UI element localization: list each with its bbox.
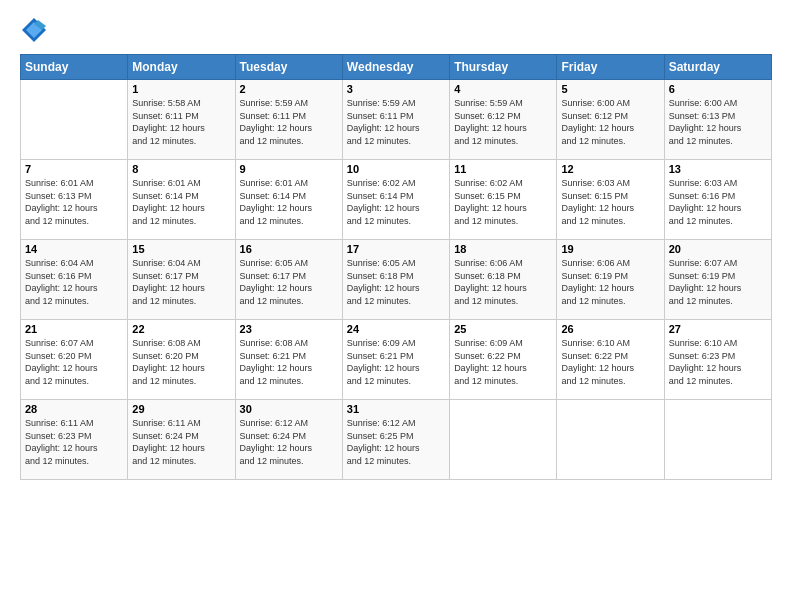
day-info: Sunrise: 6:06 AM Sunset: 6:18 PM Dayligh… bbox=[454, 257, 552, 307]
day-number: 13 bbox=[669, 163, 767, 175]
calendar-cell: 19Sunrise: 6:06 AM Sunset: 6:19 PM Dayli… bbox=[557, 240, 664, 320]
day-info: Sunrise: 5:59 AM Sunset: 6:12 PM Dayligh… bbox=[454, 97, 552, 147]
calendar-cell: 11Sunrise: 6:02 AM Sunset: 6:15 PM Dayli… bbox=[450, 160, 557, 240]
logo bbox=[20, 16, 52, 44]
calendar-cell: 16Sunrise: 6:05 AM Sunset: 6:17 PM Dayli… bbox=[235, 240, 342, 320]
calendar-cell: 12Sunrise: 6:03 AM Sunset: 6:15 PM Dayli… bbox=[557, 160, 664, 240]
day-number: 21 bbox=[25, 323, 123, 335]
calendar-cell: 29Sunrise: 6:11 AM Sunset: 6:24 PM Dayli… bbox=[128, 400, 235, 480]
day-number: 1 bbox=[132, 83, 230, 95]
day-number: 16 bbox=[240, 243, 338, 255]
day-info: Sunrise: 6:09 AM Sunset: 6:22 PM Dayligh… bbox=[454, 337, 552, 387]
day-info: Sunrise: 6:00 AM Sunset: 6:13 PM Dayligh… bbox=[669, 97, 767, 147]
day-info: Sunrise: 6:00 AM Sunset: 6:12 PM Dayligh… bbox=[561, 97, 659, 147]
day-info: Sunrise: 6:10 AM Sunset: 6:23 PM Dayligh… bbox=[669, 337, 767, 387]
logo-icon bbox=[20, 16, 48, 44]
day-number: 12 bbox=[561, 163, 659, 175]
week-row-1: 1Sunrise: 5:58 AM Sunset: 6:11 PM Daylig… bbox=[21, 80, 772, 160]
calendar-cell: 24Sunrise: 6:09 AM Sunset: 6:21 PM Dayli… bbox=[342, 320, 449, 400]
calendar-table: SundayMondayTuesdayWednesdayThursdayFrid… bbox=[20, 54, 772, 480]
calendar-cell: 8Sunrise: 6:01 AM Sunset: 6:14 PM Daylig… bbox=[128, 160, 235, 240]
day-number: 5 bbox=[561, 83, 659, 95]
day-info: Sunrise: 6:02 AM Sunset: 6:15 PM Dayligh… bbox=[454, 177, 552, 227]
header-cell-friday: Friday bbox=[557, 55, 664, 80]
day-info: Sunrise: 6:01 AM Sunset: 6:14 PM Dayligh… bbox=[240, 177, 338, 227]
calendar-cell: 14Sunrise: 6:04 AM Sunset: 6:16 PM Dayli… bbox=[21, 240, 128, 320]
calendar-cell: 31Sunrise: 6:12 AM Sunset: 6:25 PM Dayli… bbox=[342, 400, 449, 480]
calendar-cell: 23Sunrise: 6:08 AM Sunset: 6:21 PM Dayli… bbox=[235, 320, 342, 400]
day-number: 24 bbox=[347, 323, 445, 335]
day-info: Sunrise: 6:08 AM Sunset: 6:21 PM Dayligh… bbox=[240, 337, 338, 387]
day-info: Sunrise: 6:05 AM Sunset: 6:18 PM Dayligh… bbox=[347, 257, 445, 307]
day-info: Sunrise: 6:07 AM Sunset: 6:19 PM Dayligh… bbox=[669, 257, 767, 307]
day-number: 3 bbox=[347, 83, 445, 95]
day-info: Sunrise: 6:10 AM Sunset: 6:22 PM Dayligh… bbox=[561, 337, 659, 387]
calendar-cell: 7Sunrise: 6:01 AM Sunset: 6:13 PM Daylig… bbox=[21, 160, 128, 240]
week-row-5: 28Sunrise: 6:11 AM Sunset: 6:23 PM Dayli… bbox=[21, 400, 772, 480]
day-info: Sunrise: 6:07 AM Sunset: 6:20 PM Dayligh… bbox=[25, 337, 123, 387]
day-info: Sunrise: 6:12 AM Sunset: 6:24 PM Dayligh… bbox=[240, 417, 338, 467]
calendar-cell bbox=[450, 400, 557, 480]
day-number: 31 bbox=[347, 403, 445, 415]
week-row-3: 14Sunrise: 6:04 AM Sunset: 6:16 PM Dayli… bbox=[21, 240, 772, 320]
calendar-cell: 27Sunrise: 6:10 AM Sunset: 6:23 PM Dayli… bbox=[664, 320, 771, 400]
day-info: Sunrise: 6:02 AM Sunset: 6:14 PM Dayligh… bbox=[347, 177, 445, 227]
day-info: Sunrise: 5:59 AM Sunset: 6:11 PM Dayligh… bbox=[347, 97, 445, 147]
calendar-cell: 30Sunrise: 6:12 AM Sunset: 6:24 PM Dayli… bbox=[235, 400, 342, 480]
calendar-cell: 10Sunrise: 6:02 AM Sunset: 6:14 PM Dayli… bbox=[342, 160, 449, 240]
calendar-cell: 9Sunrise: 6:01 AM Sunset: 6:14 PM Daylig… bbox=[235, 160, 342, 240]
day-number: 11 bbox=[454, 163, 552, 175]
day-number: 23 bbox=[240, 323, 338, 335]
day-info: Sunrise: 6:09 AM Sunset: 6:21 PM Dayligh… bbox=[347, 337, 445, 387]
calendar-cell: 18Sunrise: 6:06 AM Sunset: 6:18 PM Dayli… bbox=[450, 240, 557, 320]
day-number: 18 bbox=[454, 243, 552, 255]
day-info: Sunrise: 6:08 AM Sunset: 6:20 PM Dayligh… bbox=[132, 337, 230, 387]
calendar-cell bbox=[21, 80, 128, 160]
calendar-cell: 22Sunrise: 6:08 AM Sunset: 6:20 PM Dayli… bbox=[128, 320, 235, 400]
day-info: Sunrise: 6:03 AM Sunset: 6:16 PM Dayligh… bbox=[669, 177, 767, 227]
day-number: 2 bbox=[240, 83, 338, 95]
day-number: 28 bbox=[25, 403, 123, 415]
day-number: 4 bbox=[454, 83, 552, 95]
calendar-cell: 5Sunrise: 6:00 AM Sunset: 6:12 PM Daylig… bbox=[557, 80, 664, 160]
header bbox=[20, 16, 772, 44]
day-number: 15 bbox=[132, 243, 230, 255]
day-info: Sunrise: 6:12 AM Sunset: 6:25 PM Dayligh… bbox=[347, 417, 445, 467]
day-number: 6 bbox=[669, 83, 767, 95]
day-number: 17 bbox=[347, 243, 445, 255]
day-number: 10 bbox=[347, 163, 445, 175]
day-number: 29 bbox=[132, 403, 230, 415]
header-cell-sunday: Sunday bbox=[21, 55, 128, 80]
header-cell-monday: Monday bbox=[128, 55, 235, 80]
day-number: 8 bbox=[132, 163, 230, 175]
day-info: Sunrise: 6:06 AM Sunset: 6:19 PM Dayligh… bbox=[561, 257, 659, 307]
day-number: 14 bbox=[25, 243, 123, 255]
day-info: Sunrise: 5:59 AM Sunset: 6:11 PM Dayligh… bbox=[240, 97, 338, 147]
day-number: 9 bbox=[240, 163, 338, 175]
week-row-4: 21Sunrise: 6:07 AM Sunset: 6:20 PM Dayli… bbox=[21, 320, 772, 400]
day-number: 25 bbox=[454, 323, 552, 335]
day-number: 26 bbox=[561, 323, 659, 335]
calendar-cell: 13Sunrise: 6:03 AM Sunset: 6:16 PM Dayli… bbox=[664, 160, 771, 240]
header-cell-saturday: Saturday bbox=[664, 55, 771, 80]
page: SundayMondayTuesdayWednesdayThursdayFrid… bbox=[0, 0, 792, 612]
day-info: Sunrise: 6:03 AM Sunset: 6:15 PM Dayligh… bbox=[561, 177, 659, 227]
calendar-cell: 15Sunrise: 6:04 AM Sunset: 6:17 PM Dayli… bbox=[128, 240, 235, 320]
calendar-cell: 28Sunrise: 6:11 AM Sunset: 6:23 PM Dayli… bbox=[21, 400, 128, 480]
calendar-cell: 2Sunrise: 5:59 AM Sunset: 6:11 PM Daylig… bbox=[235, 80, 342, 160]
header-row: SundayMondayTuesdayWednesdayThursdayFrid… bbox=[21, 55, 772, 80]
calendar-cell: 4Sunrise: 5:59 AM Sunset: 6:12 PM Daylig… bbox=[450, 80, 557, 160]
day-number: 7 bbox=[25, 163, 123, 175]
day-info: Sunrise: 5:58 AM Sunset: 6:11 PM Dayligh… bbox=[132, 97, 230, 147]
day-number: 27 bbox=[669, 323, 767, 335]
calendar-cell bbox=[557, 400, 664, 480]
day-number: 19 bbox=[561, 243, 659, 255]
day-info: Sunrise: 6:11 AM Sunset: 6:23 PM Dayligh… bbox=[25, 417, 123, 467]
day-info: Sunrise: 6:05 AM Sunset: 6:17 PM Dayligh… bbox=[240, 257, 338, 307]
day-info: Sunrise: 6:04 AM Sunset: 6:17 PM Dayligh… bbox=[132, 257, 230, 307]
calendar-cell: 25Sunrise: 6:09 AM Sunset: 6:22 PM Dayli… bbox=[450, 320, 557, 400]
header-cell-wednesday: Wednesday bbox=[342, 55, 449, 80]
calendar-cell: 6Sunrise: 6:00 AM Sunset: 6:13 PM Daylig… bbox=[664, 80, 771, 160]
day-info: Sunrise: 6:11 AM Sunset: 6:24 PM Dayligh… bbox=[132, 417, 230, 467]
calendar-cell: 26Sunrise: 6:10 AM Sunset: 6:22 PM Dayli… bbox=[557, 320, 664, 400]
